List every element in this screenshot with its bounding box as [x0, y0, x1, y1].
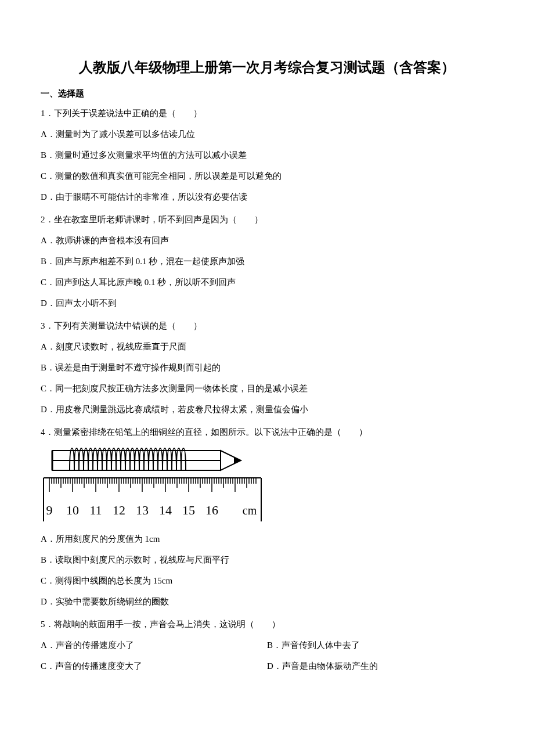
svg-text:15: 15: [182, 503, 195, 517]
q1-stem: 1．下列关于误差说法中正确的是（ ）: [41, 106, 493, 120]
svg-text:9: 9: [46, 503, 53, 517]
q4-option-a: A．所用刻度尺的分度值为 1cm: [41, 532, 493, 546]
page-title: 人教版八年级物理上册第一次月考综合复习测试题（含答案）: [41, 58, 493, 77]
question-3: 3．下列有关测量说法中错误的是（ ） A．刻度尺读数时，视线应垂直于尺面 B．误…: [41, 319, 493, 416]
ruler-pencil-figure: 910111213141516 cm: [41, 446, 493, 521]
q3-option-d: D．用皮卷尺测量跳远比赛成绩时，若皮卷尺拉得太紧，测量值会偏小: [41, 402, 493, 416]
svg-text:10: 10: [66, 503, 79, 517]
q3-option-b: B．误差是由于测量时不遵守操作规则而引起的: [41, 361, 493, 375]
q1-option-c: C．测量的数值和真实值可能完全相同，所以误差是可以避免的: [41, 169, 493, 183]
svg-text:14: 14: [159, 503, 172, 517]
q2-stem: 2．坐在教室里听老师讲课时，听不到回声是因为（ ）: [41, 213, 493, 226]
q3-option-c: C．同一把刻度尺按正确方法多次测量同一物体长度，目的是减小误差: [41, 381, 493, 395]
q4-option-d: D．实验中需要数所绕铜丝的圈数: [41, 595, 493, 609]
q5-option-c: C．声音的传播速度变大了: [41, 659, 267, 673]
q5-option-a: A．声音的传播速度小了: [41, 638, 267, 652]
question-5: 5．将敲响的鼓面用手一按，声音会马上消失，这说明（ ） A．声音的传播速度小了 …: [41, 617, 493, 673]
q2-option-c: C．回声到达人耳比原声晚 0.1 秒，所以听不到回声: [41, 275, 493, 289]
q5-option-d: D．声音是由物体振动产生的: [267, 659, 493, 673]
svg-text:cm: cm: [243, 504, 257, 517]
question-2: 2．坐在教室里听老师讲课时，听不到回声是因为（ ） A．教师讲课的声音根本没有回…: [41, 213, 493, 310]
svg-text:12: 12: [113, 503, 125, 517]
question-1: 1．下列关于误差说法中正确的是（ ） A．测量时为了减小误差可以多估读几位 B．…: [41, 106, 493, 204]
q2-option-a: A．教师讲课的声音根本没有回声: [41, 233, 493, 247]
question-4: 4．测量紧密排绕在铅笔上的细铜丝的直径，如图所示。以下说法中正确的是（ ）: [41, 425, 493, 609]
q5-stem: 5．将敲响的鼓面用手一按，声音会马上消失，这说明（ ）: [41, 617, 493, 631]
q5-option-b: B．声音传到人体中去了: [267, 638, 493, 652]
q1-option-d: D．由于眼睛不可能估计的非常准，所以没有必要估读: [41, 190, 493, 204]
q1-option-b: B．测量时通过多次测量求平均值的方法可以减小误差: [41, 148, 493, 162]
svg-text:16: 16: [205, 503, 218, 517]
svg-marker-3: [234, 457, 241, 464]
section-header: 一、选择题: [41, 88, 493, 99]
q1-option-a: A．测量时为了减小误差可以多估读几位: [41, 127, 493, 141]
q3-stem: 3．下列有关测量说法中错误的是（ ）: [41, 319, 493, 333]
q3-option-a: A．刻度尺读数时，视线应垂直于尺面: [41, 340, 493, 354]
q2-option-d: D．回声太小听不到: [41, 296, 493, 310]
q2-option-b: B．回声与原声相差不到 0.1 秒，混在一起使原声加强: [41, 254, 493, 268]
svg-text:11: 11: [89, 503, 102, 517]
svg-text:13: 13: [136, 503, 149, 517]
q4-stem: 4．测量紧密排绕在铅笔上的细铜丝的直径，如图所示。以下说法中正确的是（ ）: [41, 425, 493, 439]
q4-option-c: C．测得图中线圈的总长度为 15cm: [41, 574, 493, 588]
q4-option-b: B．读取图中刻度尺的示数时，视线应与尺面平行: [41, 553, 493, 567]
